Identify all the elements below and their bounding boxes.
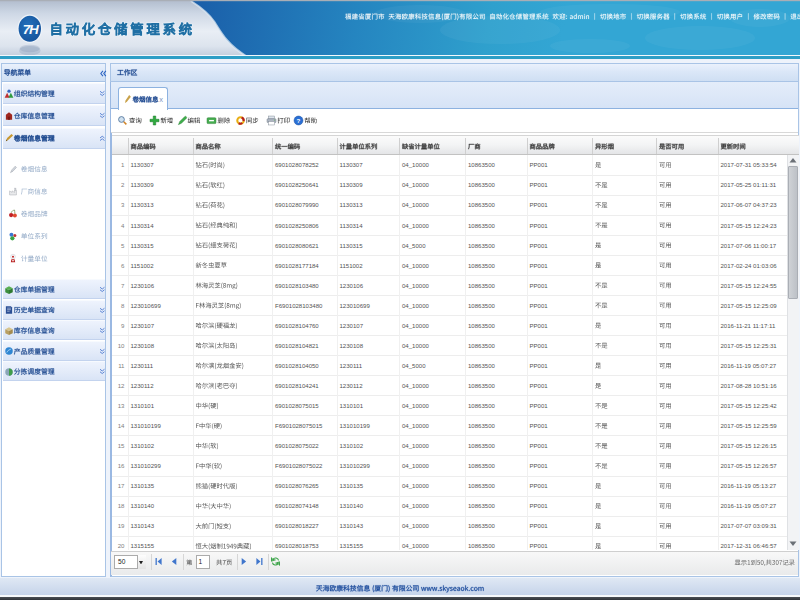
svg-text:7H: 7H	[23, 22, 39, 37]
svg-text:?: ?	[297, 116, 301, 123]
